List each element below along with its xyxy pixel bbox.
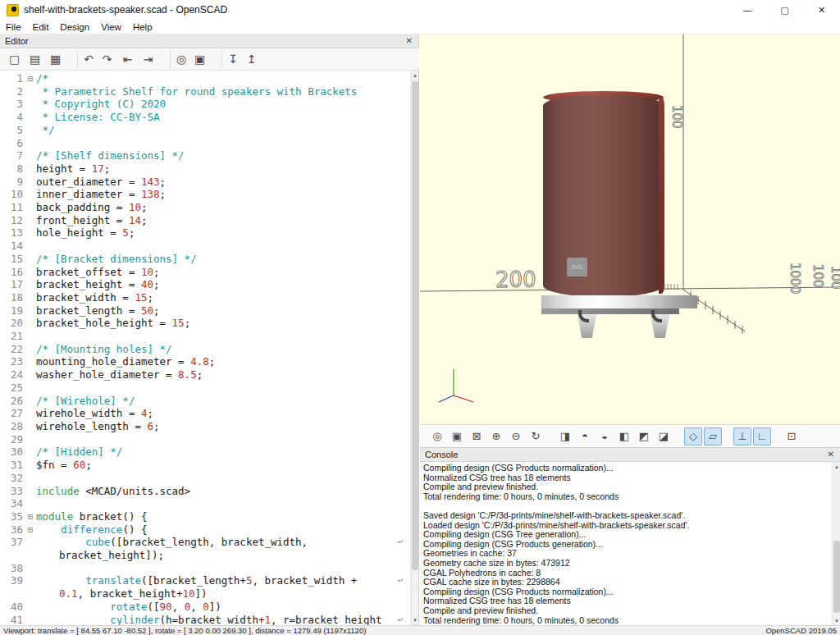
- code-line[interactable]: 11back_padding = 10;: [0, 201, 411, 214]
- editor-scrollbar-thumb[interactable]: [412, 81, 418, 570]
- code-line[interactable]: 33include <MCAD/units.scad>: [0, 485, 411, 498]
- undo-button[interactable]: ↶: [77, 51, 96, 68]
- scroll-down-icon[interactable]: ▼: [411, 615, 419, 625]
- line-number: 8: [0, 162, 25, 176]
- fold-marker-icon[interactable]: ⊟: [25, 510, 36, 523]
- code-line[interactable]: 30/* [Hidden] */: [0, 445, 411, 459]
- minimize-button[interactable]: —: [729, 0, 766, 20]
- zoom-out-button[interactable]: ⊖: [507, 427, 525, 445]
- view-all-button[interactable]: ⊡: [783, 427, 801, 445]
- code-line[interactable]: 6: [0, 137, 411, 150]
- menu-edit[interactable]: Edit: [27, 22, 55, 32]
- code-line[interactable]: 5 */: [0, 124, 411, 137]
- code-line[interactable]: 15/* [Bracket dimensions] */: [0, 253, 411, 266]
- code-line[interactable]: 34: [0, 497, 411, 510]
- preview-button[interactable]: ◎: [170, 51, 189, 68]
- scroll-up-icon[interactable]: ▲: [833, 462, 840, 472]
- reset-view-button[interactable]: ↻: [527, 427, 545, 445]
- view-front-button[interactable]: ◩: [635, 427, 653, 445]
- code-line[interactable]: 18bracket_width = 15;: [0, 291, 411, 304]
- code-line[interactable]: 7/* [Shelf dimensions] */: [0, 149, 411, 162]
- show-axes-button[interactable]: ⊥: [733, 427, 751, 445]
- show-scale-markers-button[interactable]: ∟: [753, 427, 771, 445]
- code-line[interactable]: 41 cylinder(h=bracket_width+1, r=bracket…: [0, 614, 411, 625]
- console-output[interactable]: Compiling design (CSG Products normaliza…: [420, 462, 832, 626]
- code-line[interactable]: 36⊟ difference() {: [0, 523, 411, 537]
- render-button[interactable]: ▣: [190, 51, 209, 68]
- view-perspective-button[interactable]: ◇: [684, 427, 702, 445]
- code-line[interactable]: 21: [0, 330, 411, 343]
- editor-close-icon[interactable]: ✕: [404, 35, 415, 46]
- code-line[interactable]: 10inner_diameter = 138;: [0, 188, 411, 201]
- menu-view[interactable]: View: [95, 22, 127, 32]
- save-file-button[interactable]: ▦: [46, 51, 65, 68]
- menu-design[interactable]: Design: [54, 22, 95, 32]
- unindent-button[interactable]: ⇤: [118, 51, 137, 68]
- code-line[interactable]: 8height = 17;: [0, 162, 411, 176]
- code-line[interactable]: 13hole_height = 5;: [0, 226, 411, 240]
- console-scrollbar[interactable]: ▲ ▼: [832, 462, 840, 626]
- view-back-button[interactable]: ◪: [655, 427, 673, 445]
- code-line[interactable]: 31$fn = 60;: [0, 459, 411, 472]
- code-line[interactable]: 2 * Parametric Shelf for round speakers …: [0, 85, 411, 98]
- view-right-button[interactable]: ◨: [556, 427, 574, 445]
- console-panel-header[interactable]: Console ✕: [420, 448, 840, 462]
- code-line[interactable]: 37 cube([bracket_length, bracket_width, …: [0, 536, 411, 561]
- code-line[interactable]: 25: [0, 381, 411, 395]
- editor-scrollbar[interactable]: ▲ ▼: [410, 71, 418, 625]
- zoom-all-button[interactable]: ⊠: [468, 427, 486, 445]
- code-line[interactable]: 40 rotate([90, 0, 0]): [0, 601, 411, 614]
- close-button[interactable]: ✕: [803, 0, 840, 20]
- code-line[interactable]: 3 * Copyright (C) 2020: [0, 98, 411, 111]
- 3d-viewport[interactable]: 200 100 1000 100 100 JVC: [420, 34, 840, 424]
- new-file-button[interactable]: ▢: [5, 51, 24, 68]
- render-button[interactable]: ▣: [448, 427, 466, 445]
- line-number: 33: [0, 485, 25, 498]
- console-close-icon[interactable]: ✕: [825, 449, 837, 459]
- indent-button[interactable]: ⇥: [139, 51, 158, 68]
- code-line[interactable]: 32: [0, 472, 411, 485]
- code-line[interactable]: 38: [0, 562, 411, 575]
- code-line[interactable]: 23mounting_hole_diameter = 4.8;: [0, 355, 411, 368]
- maximize-button[interactable]: ▢: [766, 0, 803, 20]
- code-line[interactable]: 4 * License: CC-BY-SA: [0, 111, 411, 124]
- view-orthogonal-button[interactable]: ▱: [704, 427, 722, 445]
- code-line[interactable]: 14: [0, 240, 411, 253]
- view-top-button[interactable]: ◓: [576, 427, 594, 445]
- code-line[interactable]: 24washer_hole_diameter = 8.5;: [0, 368, 411, 381]
- menu-help[interactable]: Help: [127, 22, 158, 32]
- code-line[interactable]: 16bracket_offset = 10;: [0, 266, 411, 279]
- code-area[interactable]: 1⊟/*2 * Parametric Shelf for round speak…: [0, 71, 411, 625]
- line-number: 36: [0, 523, 25, 537]
- code-line[interactable]: 9outer_diameter = 143;: [0, 176, 411, 189]
- code-line[interactable]: 26/* [Wirehole] */: [0, 395, 411, 408]
- fold-gutter: [25, 162, 36, 176]
- code-line[interactable]: 28wirehole_length = 6;: [0, 420, 411, 433]
- open-file-button[interactable]: ▤: [25, 51, 44, 68]
- fold-marker-icon[interactable]: ⊟: [25, 72, 36, 85]
- view-left-button[interactable]: ◧: [615, 427, 633, 445]
- preview-button[interactable]: ◎: [428, 427, 446, 445]
- scroll-up-icon[interactable]: ▲: [411, 71, 419, 80]
- code-line[interactable]: 1⊟/*: [0, 72, 411, 85]
- code-line[interactable]: 19bracket_length = 50;: [0, 304, 411, 318]
- code-line[interactable]: 35⊟module bracket() {: [0, 510, 411, 523]
- export-stl-button[interactable]: ↧: [221, 51, 240, 68]
- fold-marker-icon[interactable]: ⊟: [25, 523, 36, 537]
- code-line[interactable]: 29: [0, 433, 411, 446]
- code-line[interactable]: 27wirehole_width = 4;: [0, 407, 411, 420]
- editor-toolbar: ▢▤▦↶↷⇤⇥◎▣↧↥: [0, 48, 419, 71]
- send-to-printer-button[interactable]: ↥: [242, 51, 261, 68]
- redo-button[interactable]: ↷: [98, 51, 116, 68]
- menu-file[interactable]: File: [0, 22, 27, 32]
- code-line[interactable]: 12front_height = 14;: [0, 214, 411, 227]
- console-scrollbar-thumb[interactable]: [833, 541, 840, 613]
- code-line[interactable]: 39 translate([bracket_length+5, bracket_…: [0, 574, 411, 600]
- view-bottom-button[interactable]: ◒: [596, 427, 614, 445]
- code-line[interactable]: 17bracket_height = 40;: [0, 278, 411, 291]
- zoom-in-button[interactable]: ⊕: [487, 427, 505, 445]
- editor-panel-header[interactable]: Editor ✕: [0, 34, 418, 48]
- code-line[interactable]: 20bracket_hole_height = 15;: [0, 317, 411, 330]
- line-number: 34: [0, 497, 25, 510]
- code-line[interactable]: 22/* [Mounting holes] */: [0, 343, 411, 356]
